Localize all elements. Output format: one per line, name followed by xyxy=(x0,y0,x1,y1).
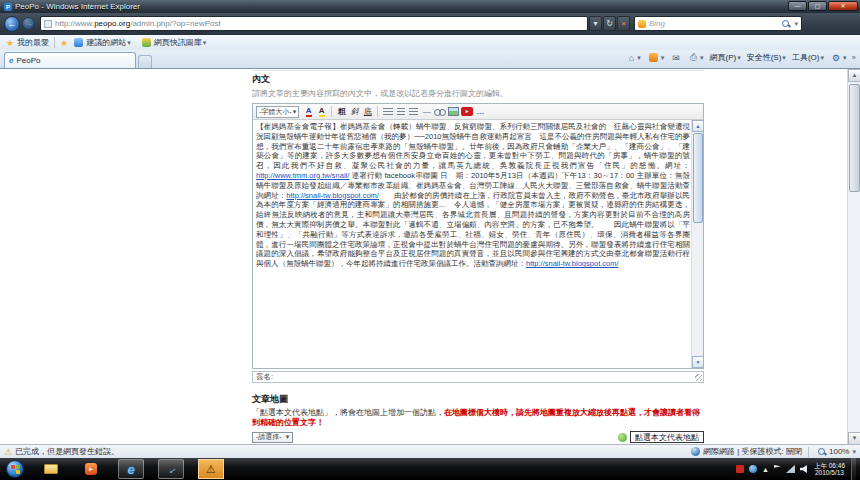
editor-link[interactable]: http://snail-tw.blogspot.com/ xyxy=(286,191,379,200)
volume-icon[interactable] xyxy=(800,465,807,473)
horizontal-rule-button[interactable]: — xyxy=(421,106,432,118)
chevron-down-icon: ▾ xyxy=(293,108,297,116)
bold-button[interactable]: 粗 xyxy=(336,106,347,118)
more-tools-button[interactable]: … xyxy=(475,106,486,118)
highlight-color-button[interactable]: A xyxy=(316,106,327,118)
search-icon[interactable] xyxy=(781,19,791,29)
close-button[interactable]: ✕ xyxy=(828,1,858,11)
feeds-button[interactable]: ▾ xyxy=(647,53,665,62)
zoom-level[interactable]: 100% xyxy=(829,447,849,456)
tray-app-red-icon[interactable] xyxy=(736,465,744,473)
scroll-up-icon[interactable]: ▲ xyxy=(848,69,860,82)
network-icon[interactable] xyxy=(786,465,795,473)
search-dropdown-icon[interactable]: ▾ xyxy=(794,20,798,28)
taskbar-explorer-button[interactable] xyxy=(38,459,64,479)
tab-favicon-icon: e xyxy=(9,56,13,65)
address-bar[interactable]: http://www.peopo.org/admin.php/?op=newPo… xyxy=(40,16,588,31)
address-dropdown-button[interactable]: ▾ xyxy=(589,16,602,31)
align-right-button[interactable] xyxy=(408,106,419,118)
suggested-sites-item[interactable]: 建議的網站 ▾ xyxy=(71,37,131,48)
show-desktop-button[interactable] xyxy=(851,458,856,480)
action-center-flag-icon[interactable] xyxy=(774,465,781,473)
stop-button[interactable]: × xyxy=(617,16,630,31)
font-size-select[interactable]: -字體大小- ▾ xyxy=(256,106,299,118)
minimize-button[interactable]: — xyxy=(788,1,807,11)
pick-location-button[interactable]: 點選本文代表地點 xyxy=(630,431,704,443)
taskbar-alert-button[interactable]: ⚠ xyxy=(198,459,224,479)
zoom-icon[interactable] xyxy=(817,447,827,457)
insert-video-button[interactable]: ▸ xyxy=(461,106,473,118)
page-scrollbar[interactable]: ▲ ▼ xyxy=(847,69,860,445)
status-message: 已完成，但是網頁發生錯誤。 xyxy=(15,446,119,457)
editor-body[interactable]: 【崔媽媽基金會電子報】崔媽媽基金會（轉載）蝸牛聯盟、反貧窮聯盟、系列行動三問關懷… xyxy=(253,120,703,368)
tray-app-blue-icon[interactable] xyxy=(749,465,757,473)
rich-text-editor: -字體大小- ▾ A A 粗 斜 底 — ▸ xyxy=(252,103,704,369)
back-button[interactable]: ← xyxy=(4,16,20,32)
print-button[interactable]: ⎙ ▾ xyxy=(688,52,704,63)
overflow-chevron-icon[interactable]: » xyxy=(852,53,856,62)
internet-explorer-icon: e xyxy=(127,462,134,477)
menu-page[interactable]: 網頁(P) ▾ xyxy=(710,52,741,63)
resize-grip[interactable] xyxy=(695,374,702,381)
security-zone-label: 網際網路 | 受保護模式: 關閉 xyxy=(703,446,802,457)
divider xyxy=(377,106,378,117)
maximize-button[interactable]: ▢ xyxy=(808,1,827,11)
home-button[interactable]: ⌂ ▾ xyxy=(627,53,641,63)
image-icon xyxy=(448,107,459,116)
editor-status-text: 簽名: xyxy=(256,372,273,381)
warning-icon[interactable]: ⚠ xyxy=(4,447,12,457)
forward-button[interactable]: → xyxy=(22,17,35,30)
taskbar-ie-button[interactable]: e xyxy=(118,459,144,479)
favorites-label[interactable]: 我的最愛 xyxy=(17,37,49,48)
internet-zone-icon xyxy=(691,447,700,456)
menu-safety[interactable]: 安全性(S) ▾ xyxy=(747,52,786,63)
favorites-star-icon[interactable]: ★ xyxy=(6,38,14,48)
editor-link[interactable]: http://www.tmm.org.tw/snail/ xyxy=(256,171,349,180)
slice-gallery-item[interactable]: 網頁快訊圖庫 ▾ xyxy=(139,37,207,48)
clock-date: 2010/5/13 xyxy=(814,469,845,477)
scroll-up-icon[interactable]: ▲ xyxy=(692,120,704,132)
taskbar: ▸ e ← ⚠ ▲ 上午 06:46 2010/5/13 xyxy=(0,458,860,480)
window-titlebar[interactable]: P PeoPo - Windows Internet Explorer — ▢ … xyxy=(0,0,860,13)
scrollbar-thumb[interactable] xyxy=(693,133,703,223)
editor-link[interactable]: http://snail-tw.blogspot.com/ xyxy=(526,259,619,268)
menu-tools[interactable]: 工具(O) ▾ xyxy=(792,52,824,63)
insert-image-button[interactable] xyxy=(448,106,459,118)
underline-button[interactable]: 底 xyxy=(362,106,373,118)
region-select[interactable]: -請選擇- ▾ xyxy=(252,432,293,443)
zoom-dropdown-icon[interactable]: ▾ xyxy=(852,448,856,456)
divider xyxy=(808,447,809,457)
italic-button[interactable]: 斜 xyxy=(349,106,360,118)
scroll-down-icon[interactable]: ▼ xyxy=(692,356,704,368)
menu-tools-label: 工具(O) xyxy=(792,52,820,63)
new-tab-button[interactable] xyxy=(138,55,152,68)
scrollbar-thumb[interactable] xyxy=(849,84,860,192)
navigation-bar: ← → http://www.peopo.org/admin.php/?op=n… xyxy=(0,13,860,34)
chevron-down-icon: ▾ xyxy=(286,433,290,441)
url-domain: peopo.org xyxy=(94,19,130,28)
add-favorite-icon[interactable]: ★ xyxy=(60,38,68,48)
insert-link-button[interactable] xyxy=(434,106,446,118)
rss-feed-icon xyxy=(649,53,658,62)
editor-content[interactable]: 【崔媽媽基金會電子報】崔媽媽基金會（轉載）蝸牛聯盟、反貧窮聯盟、系列行動三問關懷… xyxy=(256,122,690,366)
align-left-button[interactable] xyxy=(382,106,393,118)
read-mail-button[interactable]: ✉ xyxy=(670,53,682,63)
desktop-screen: P PeoPo - Windows Internet Explorer — ▢ … xyxy=(0,0,860,480)
arrow-app-icon: ← xyxy=(163,461,179,477)
page-icon xyxy=(44,20,52,28)
windows-logo-icon xyxy=(16,470,20,474)
taskbar-media-button[interactable]: ▸ xyxy=(78,459,104,479)
taskbar-clock[interactable]: 上午 06:46 2010/5/13 xyxy=(814,462,845,477)
editor-scrollbar[interactable]: ▲ ▼ xyxy=(691,120,703,368)
search-input[interactable]: Bing ▾ xyxy=(634,16,802,31)
start-button[interactable] xyxy=(6,460,24,478)
align-center-button[interactable] xyxy=(395,106,406,118)
help-button[interactable]: ⚙ ▾ xyxy=(830,53,847,63)
taskbar-app-button[interactable]: ← xyxy=(158,459,184,479)
map-section-hint: 「點選本文代表地點」，將會在地圖上增加一個訪點，在地圖標個大樓時，請先將地圖重複… xyxy=(252,408,704,428)
show-hidden-icons[interactable]: ▲ xyxy=(762,466,769,473)
font-color-button[interactable]: A xyxy=(303,106,314,118)
align-center-icon xyxy=(397,108,405,116)
tab-peopo[interactable]: e PeoPo xyxy=(4,52,136,68)
refresh-button[interactable]: ↻ xyxy=(603,16,616,31)
